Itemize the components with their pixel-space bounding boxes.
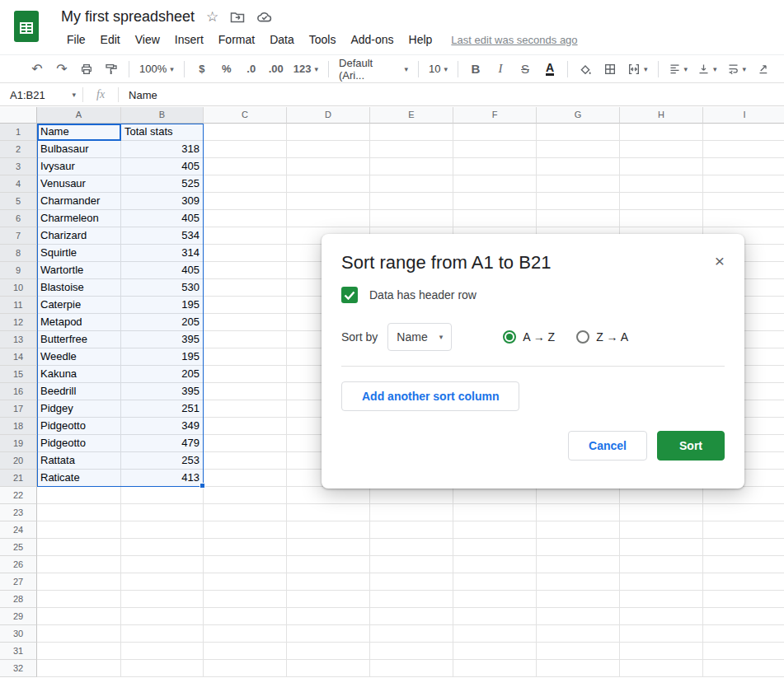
cell-B31[interactable]: [121, 643, 204, 660]
cell-A11[interactable]: Caterpie: [37, 297, 121, 314]
cell-C2[interactable]: [204, 141, 287, 158]
cell-E5[interactable]: [370, 193, 453, 210]
borders-icon[interactable]: [599, 58, 621, 80]
cell-C9[interactable]: [204, 262, 287, 279]
cell-H22[interactable]: [620, 487, 703, 504]
cell-B15[interactable]: 205: [121, 366, 204, 383]
cell-A15[interactable]: Kakuna: [37, 366, 121, 383]
add-sort-column-button[interactable]: Add another sort column: [341, 381, 519, 411]
cell-B9[interactable]: 405: [121, 262, 204, 279]
cell-E23[interactable]: [370, 504, 453, 521]
cell-C4[interactable]: [204, 175, 287, 193]
column-header-H[interactable]: H: [620, 107, 703, 124]
cell-G29[interactable]: [537, 608, 620, 625]
cell-H32[interactable]: [620, 660, 703, 677]
menu-data[interactable]: Data: [262, 30, 302, 49]
menu-insert[interactable]: Insert: [167, 30, 211, 49]
cell-A4[interactable]: Venusaur: [37, 175, 121, 193]
cell-B24[interactable]: [121, 521, 204, 539]
cell-C14[interactable]: [204, 348, 287, 366]
row-header-27[interactable]: 27: [0, 573, 37, 591]
cell-I29[interactable]: [703, 608, 784, 625]
cell-I5[interactable]: [703, 193, 784, 210]
row-header-8[interactable]: 8: [0, 245, 37, 262]
cell-C20[interactable]: [204, 452, 287, 470]
cell-B23[interactable]: [121, 504, 204, 521]
cell-D24[interactable]: [287, 521, 370, 539]
row-header-28[interactable]: 28: [0, 591, 37, 608]
cell-E32[interactable]: [370, 660, 453, 677]
name-box[interactable]: A1:B21▾: [0, 89, 82, 101]
cell-I1[interactable]: [703, 124, 784, 141]
cell-B6[interactable]: 405: [121, 210, 204, 227]
cell-A27[interactable]: [37, 573, 121, 591]
cell-D30[interactable]: [287, 625, 370, 643]
cell-E28[interactable]: [370, 591, 453, 608]
cell-B14[interactable]: 195: [121, 348, 204, 366]
row-header-6[interactable]: 6: [0, 210, 37, 227]
row-header-9[interactable]: 9: [0, 262, 37, 279]
sort-by-select[interactable]: Name▾: [387, 323, 452, 351]
more-formats-button[interactable]: 123▾: [289, 58, 323, 80]
cell-A5[interactable]: Charmander: [37, 193, 121, 210]
cell-G25[interactable]: [537, 539, 620, 556]
cell-H25[interactable]: [620, 539, 703, 556]
cell-A1[interactable]: Name: [37, 124, 121, 141]
cell-H5[interactable]: [620, 193, 703, 210]
cell-I31[interactable]: [703, 643, 784, 660]
cell-G23[interactable]: [537, 504, 620, 521]
merge-cells-button[interactable]: ▾: [622, 58, 653, 80]
row-header-14[interactable]: 14: [0, 348, 37, 366]
cell-D25[interactable]: [287, 539, 370, 556]
cell-H27[interactable]: [620, 573, 703, 591]
cell-D1[interactable]: [287, 124, 370, 141]
row-header-22[interactable]: 22: [0, 487, 37, 504]
cell-E3[interactable]: [370, 158, 453, 175]
text-color-button[interactable]: A: [539, 58, 561, 80]
cell-B3[interactable]: 405: [121, 158, 204, 175]
menu-addons[interactable]: Add-ons: [343, 30, 401, 49]
cell-C28[interactable]: [204, 591, 287, 608]
column-header-D[interactable]: D: [287, 107, 370, 124]
paint-format-icon[interactable]: [101, 58, 122, 80]
cell-F24[interactable]: [453, 521, 537, 539]
cell-C18[interactable]: [204, 418, 287, 435]
row-header-5[interactable]: 5: [0, 193, 37, 210]
cell-B18[interactable]: 349: [121, 418, 204, 435]
cell-H23[interactable]: [620, 504, 703, 521]
cell-G31[interactable]: [537, 643, 620, 660]
cell-A28[interactable]: [37, 591, 121, 608]
cell-A21[interactable]: Raticate: [37, 470, 121, 487]
row-header-11[interactable]: 11: [0, 297, 37, 314]
row-header-12[interactable]: 12: [0, 314, 37, 331]
cell-C23[interactable]: [204, 504, 287, 521]
decrease-decimal-button[interactable]: .0: [241, 58, 262, 80]
cell-A10[interactable]: Blastoise: [37, 279, 121, 297]
menu-edit[interactable]: Edit: [93, 30, 128, 49]
cell-D2[interactable]: [287, 141, 370, 158]
cell-C32[interactable]: [204, 660, 287, 677]
cell-B8[interactable]: 314: [121, 245, 204, 262]
cell-G22[interactable]: [537, 487, 620, 504]
cell-A13[interactable]: Butterfree: [37, 331, 121, 348]
cell-I28[interactable]: [703, 591, 784, 608]
cell-G2[interactable]: [537, 141, 620, 158]
column-header-E[interactable]: E: [370, 107, 453, 124]
cell-E22[interactable]: [370, 487, 453, 504]
cell-E2[interactable]: [370, 141, 453, 158]
cell-E6[interactable]: [370, 210, 453, 227]
cell-B17[interactable]: 251: [121, 400, 204, 418]
cell-C21[interactable]: [204, 470, 287, 487]
cell-C16[interactable]: [204, 383, 287, 400]
cell-B20[interactable]: 253: [121, 452, 204, 470]
cell-C31[interactable]: [204, 643, 287, 660]
cell-B13[interactable]: 395: [121, 331, 204, 348]
cell-H1[interactable]: [620, 124, 703, 141]
cell-C26[interactable]: [204, 556, 287, 573]
cell-I4[interactable]: [703, 175, 784, 193]
cell-F26[interactable]: [453, 556, 537, 573]
cell-D5[interactable]: [287, 193, 370, 210]
cell-I23[interactable]: [703, 504, 784, 521]
cell-F25[interactable]: [453, 539, 537, 556]
cell-I6[interactable]: [703, 210, 784, 227]
